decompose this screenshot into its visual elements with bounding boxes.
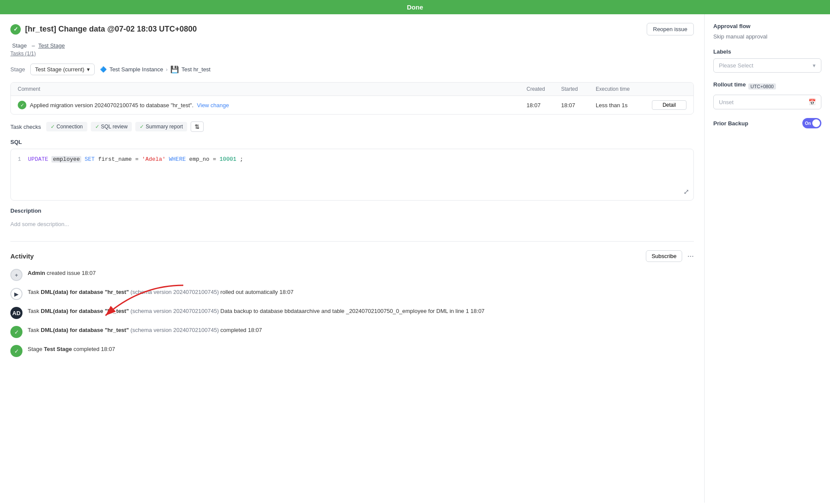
activity-list: + Admin created issue 18:07 ▶ Task DML(d… <box>10 269 694 357</box>
table-header: Comment Created Started Execution time <box>11 83 693 96</box>
activity-text: Task DML(data) for database "hr_test" (s… <box>28 288 694 297</box>
activity-icon-check: ✓ <box>10 345 22 357</box>
sql-expand-button[interactable]: ⤢ <box>683 188 689 196</box>
utc-badge: UTC+0800 <box>748 83 776 89</box>
tasks-label: Tasks (1/1) <box>10 51 694 57</box>
breadcrumb: Stage – Test Stage <box>10 42 694 49</box>
sidebar-approval-flow: Approval flow Skip manual approval <box>713 23 821 40</box>
activity-text: Admin created issue 18:07 <box>28 269 694 278</box>
calendar-icon: 📅 <box>808 99 816 105</box>
check-badge-sql-review: ✓ SQL review <box>91 122 132 131</box>
activity-item-backup: AD Task DML(data) for database "hr_test"… <box>10 307 694 319</box>
sql-section: SQL 1 UPDATE employee SET first_name = '… <box>10 139 694 201</box>
stage-select[interactable]: Test Stage (current) ▾ <box>30 64 95 75</box>
activity-icon-check: ✓ <box>10 326 22 338</box>
activity-item: ▶ Task DML(data) for database "hr_test" … <box>10 288 694 300</box>
page-title: ✓ [hr_test] Change data @07-02 18:03 UTC… <box>10 24 197 35</box>
activity-header: Activity Subscribe ··· <box>10 250 694 262</box>
reopen-button[interactable]: Reopen issue <box>647 23 694 35</box>
sql-code-box: 1 UPDATE employee SET first_name = 'Adel… <box>10 149 694 201</box>
subscribe-button[interactable]: Subscribe <box>646 250 682 262</box>
activity-item: ✓ Task DML(data) for database "hr_test" … <box>10 326 694 338</box>
comment-cell: ✓ Applied migration version 202407021007… <box>18 101 527 109</box>
activity-text: Task DML(data) for database "hr_test" (s… <box>28 326 694 335</box>
row-status-icon: ✓ <box>18 101 26 109</box>
stage-breadcrumb: 🔷 Test Sample Instance › 💾 Test hr_test <box>100 65 211 73</box>
check-icon: ✓ <box>140 124 144 130</box>
page-header: ✓ [hr_test] Change data @07-02 18:03 UTC… <box>10 23 694 35</box>
description-section: Description Add some description... <box>10 207 694 231</box>
activity-item: ✓ Stage Test Stage completed 18:07 <box>10 345 694 357</box>
check-icon: ✓ <box>95 124 99 130</box>
sidebar-labels: Labels Please Select ▾ <box>713 48 821 73</box>
labels-select[interactable]: Please Select ▾ <box>713 58 821 73</box>
activity-text: Task DML(data) for database "hr_test" (s… <box>28 307 694 316</box>
top-banner: Done <box>0 0 830 14</box>
detail-button[interactable]: Detail <box>652 100 686 110</box>
stage-field-label: Stage <box>10 66 25 73</box>
tasks-link[interactable]: Tasks (1/1) <box>10 51 36 57</box>
red-arrow-annotation <box>97 281 192 324</box>
prior-backup-toggle[interactable]: On <box>802 118 821 128</box>
sidebar: Approval flow Skip manual approval Label… <box>705 14 830 503</box>
check-badge-summary: ✓ Summary report <box>135 122 187 131</box>
task-checks-more-button[interactable]: ⇅ <box>191 121 204 132</box>
activity-more-button[interactable]: ··· <box>687 252 694 261</box>
sidebar-rollout-time: Rollout time UTC+0800 Unset 📅 <box>713 81 821 109</box>
skip-manual-approval-link[interactable]: Skip manual approval <box>713 33 767 40</box>
stage-link[interactable]: Test Stage <box>38 42 64 49</box>
activity-section: Activity Subscribe ··· + Admin created i… <box>10 241 694 357</box>
view-change-link[interactable]: View change <box>197 102 229 108</box>
activity-item: + Admin created issue 18:07 <box>10 269 694 281</box>
check-icon: ✓ <box>51 124 55 130</box>
check-badge-connection: ✓ Connection <box>46 122 87 131</box>
sql-title: SQL <box>10 139 694 145</box>
activity-icon-play: ▶ <box>10 288 22 300</box>
table-row: ✓ Applied migration version 202407021007… <box>11 96 693 114</box>
activity-icon-plus: + <box>10 269 22 281</box>
sql-line: 1 UPDATE employee SET first_name = 'Adel… <box>18 156 686 163</box>
status-icon: ✓ <box>10 24 21 35</box>
rollout-time-input[interactable]: Unset 📅 <box>713 95 821 109</box>
chevron-down-icon: ▾ <box>813 62 816 69</box>
task-checks: Task checks ✓ Connection ✓ SQL review ✓ … <box>10 121 694 132</box>
sidebar-prior-backup: Prior Backup On <box>713 118 821 128</box>
activity-icon-user: AD <box>10 307 22 319</box>
activity-text: Stage Test Stage completed 18:07 <box>28 345 694 354</box>
task-table: Comment Created Started Execution time ✓… <box>10 82 694 115</box>
stage-row: Stage Test Stage (current) ▾ 🔷 Test Samp… <box>10 64 694 75</box>
